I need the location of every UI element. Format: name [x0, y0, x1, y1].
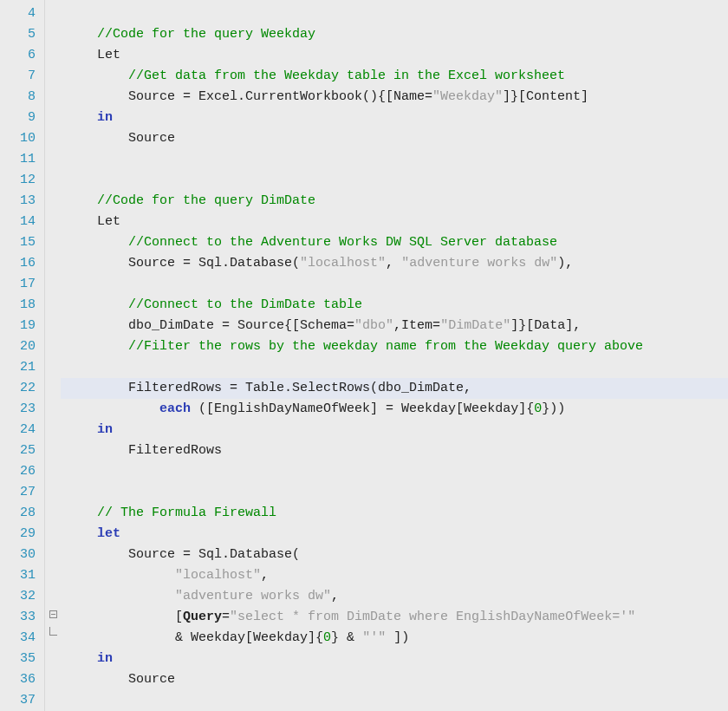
token-id: Let — [97, 214, 120, 229]
code-line[interactable]: FilteredRows = Table.SelectRows(dbo_DimD… — [61, 378, 728, 399]
token-id: ([EnglishDayNameOfWeek] — [191, 401, 386, 416]
line-number: 4 — [0, 3, 36, 24]
fold-cell — [45, 565, 61, 586]
code-line[interactable] — [66, 690, 728, 711]
fold-cell — [45, 191, 61, 212]
code-line[interactable]: Source — [66, 128, 728, 149]
token-id: ), — [557, 256, 573, 271]
fold-collapse-icon[interactable] — [49, 610, 57, 618]
fold-cell — [45, 87, 61, 108]
token-kw: in — [97, 422, 113, 437]
code-line[interactable]: // The Formula Firewall — [66, 503, 728, 524]
line-number: 19 — [0, 316, 36, 336]
code-line[interactable]: each ([EnglishDayNameOfWeek] = Weekday[W… — [66, 399, 728, 420]
token-s: "localhost" — [300, 256, 386, 271]
fold-cell — [45, 66, 61, 87]
token-id: Sql.Database( — [191, 547, 300, 562]
code-line[interactable]: Source = Excel.CurrentWorkbook(){[Name="… — [66, 87, 728, 108]
line-number: 37 — [0, 690, 36, 711]
fold-cell — [45, 295, 61, 316]
code-line[interactable]: let — [66, 524, 728, 545]
line-number: 27 — [0, 482, 36, 503]
fold-cell — [45, 108, 61, 128]
line-number: 18 — [0, 295, 36, 316]
line-number: 28 — [0, 503, 36, 524]
code-line[interactable]: in — [66, 420, 728, 440]
code-line[interactable]: & Weekday[Weekday]{0} & "'" ]) — [66, 628, 728, 649]
code-line[interactable]: "adventure works dw", — [66, 586, 728, 607]
code-line[interactable]: Source — [66, 669, 728, 690]
token-fb: Query — [183, 610, 222, 624]
code-line[interactable]: //Connect to the Adventure Works DW SQL … — [66, 232, 728, 253]
code-line[interactable]: Source = Sql.Database( — [66, 545, 728, 565]
code-line[interactable] — [66, 357, 728, 378]
code-line[interactable]: //Get data from the Weekday table in the… — [66, 66, 728, 87]
line-number: 10 — [0, 128, 36, 149]
code-line[interactable]: in — [66, 108, 728, 128]
line-number: 25 — [0, 440, 36, 461]
token-op: = — [183, 89, 191, 104]
line-number: 22 — [0, 378, 36, 399]
code-line[interactable]: Let — [66, 45, 728, 66]
line-number: 15 — [0, 232, 36, 253]
fold-cell — [45, 586, 61, 607]
token-id: FilteredRows — [128, 381, 230, 395]
fold-cell — [45, 378, 61, 399]
code-line[interactable]: in — [66, 649, 728, 669]
line-number: 6 — [0, 45, 36, 66]
code-line[interactable] — [66, 3, 728, 24]
line-number: 30 — [0, 545, 36, 565]
code-line[interactable]: FilteredRows — [66, 440, 728, 461]
token-op: & — [347, 630, 354, 645]
code-line[interactable] — [66, 149, 728, 170]
token-c: //Code for the query Weekday — [97, 27, 315, 42]
token-id: Source — [128, 89, 183, 104]
token-s: "Weekday" — [432, 89, 503, 104]
token-s: "adventure works dw" — [175, 589, 331, 603]
token-s: "localhost" — [175, 568, 261, 583]
fold-cell — [45, 420, 61, 440]
token-id: ]}[Content] — [503, 89, 588, 104]
line-number: 8 — [0, 87, 36, 108]
token-id: [ — [175, 610, 183, 624]
token-id: Source — [128, 672, 175, 687]
line-number: 33 — [0, 607, 36, 628]
fold-cell — [45, 232, 61, 253]
fold-cell — [45, 253, 61, 274]
token-kw: each — [159, 401, 191, 416]
line-number: 35 — [0, 649, 36, 669]
code-line[interactable] — [66, 274, 728, 295]
line-number: 21 — [0, 357, 36, 378]
code-line[interactable]: //Connect to the DimDate table — [66, 295, 728, 316]
token-num: 0 — [323, 630, 331, 645]
code-line[interactable] — [66, 461, 728, 482]
code-line[interactable]: //Code for the query DimDate — [66, 191, 728, 212]
token-id: Weekday[Weekday]{ — [183, 630, 323, 645]
code-line[interactable]: dbo_DimDate = Source{[Schema="dbo",Item=… — [66, 316, 728, 336]
token-id: ]}[Data], — [510, 318, 581, 333]
token-op: = — [183, 547, 191, 562]
code-line[interactable] — [66, 482, 728, 503]
fold-cell — [45, 357, 61, 378]
code-line[interactable] — [66, 170, 728, 191]
code-editor[interactable]: 4567891011121314151617181920212223242526… — [0, 0, 728, 711]
code-area[interactable]: //Code for the query Weekday Let //Get d… — [61, 0, 728, 711]
line-number: 17 — [0, 274, 36, 295]
code-line[interactable]: Source = Sql.Database("localhost", "adve… — [66, 253, 728, 274]
code-line[interactable]: [Query="select * from DimDate where Engl… — [66, 607, 728, 628]
token-kw: in — [97, 651, 113, 666]
token-id: Source — [128, 131, 175, 146]
fold-cell — [45, 3, 61, 24]
code-line[interactable]: //Code for the query Weekday — [66, 24, 728, 45]
line-number: 32 — [0, 586, 36, 607]
token-s: "DimDate" — [440, 318, 510, 333]
code-line[interactable]: //Filter the rows by the weekday name fr… — [66, 336, 728, 357]
line-number: 24 — [0, 420, 36, 440]
token-id: Weekday[Weekday]{ — [393, 401, 534, 416]
token-num: 0 — [534, 401, 542, 416]
fold-cell — [45, 669, 61, 690]
line-number: 13 — [0, 191, 36, 212]
code-line[interactable]: "localhost", — [66, 565, 728, 586]
code-line[interactable]: Let — [66, 212, 728, 232]
fold-cell — [45, 628, 61, 649]
